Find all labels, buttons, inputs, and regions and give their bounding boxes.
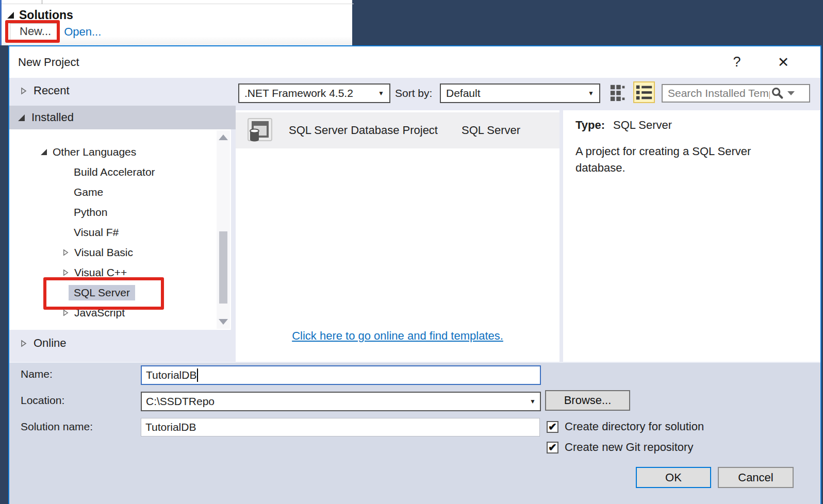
search-options-icon[interactable] — [787, 91, 795, 95]
collapsed-triangle-icon — [62, 269, 69, 276]
panel-divider — [2, 4, 354, 4]
online-templates-link[interactable]: Click here to go online and find templat… — [292, 329, 503, 342]
checkmark-icon: ✔ — [548, 421, 557, 433]
chevron-down-icon: ▼ — [378, 90, 384, 97]
sort-dropdown[interactable]: Default ▼ — [440, 83, 600, 103]
create-directory-checkbox-row: ✔ Create directory for solution — [547, 420, 704, 433]
solutions-label: Solutions — [19, 8, 73, 22]
create-git-checkbox[interactable]: ✔ — [547, 442, 558, 453]
expanded-triangle-icon — [7, 11, 14, 19]
scroll-up-icon[interactable] — [219, 135, 228, 140]
tree-item-sql-server[interactable]: SQL Server — [69, 284, 135, 301]
expanded-triangle-icon — [18, 114, 25, 122]
search-input[interactable]: Search Installed Templates — [662, 84, 810, 103]
small-icons-view-button[interactable] — [608, 81, 630, 103]
collapsed-triangle-icon — [20, 340, 27, 347]
chevron-down-icon: ▼ — [588, 90, 594, 97]
cancel-button[interactable]: Cancel — [718, 467, 794, 488]
location-label: Location: — [21, 392, 64, 409]
list-view-icon — [634, 82, 654, 102]
open-solution-link[interactable]: Open... — [64, 25, 101, 39]
name-field[interactable]: TutorialDB — [141, 365, 541, 385]
nav-recent-label: Recent — [34, 84, 70, 97]
list-view-button[interactable] — [633, 81, 655, 103]
template-name: SQL Server Database Project — [289, 124, 438, 137]
tree-item-python[interactable]: Python — [74, 204, 107, 221]
type-value: SQL Server — [613, 119, 672, 132]
solution-name-field[interactable]: TutorialDB — [141, 418, 540, 436]
create-git-label: Create new Git repository — [565, 441, 693, 454]
chevron-down-icon[interactable]: ▼ — [530, 398, 536, 405]
template-description: A project for creating a SQL Server data… — [575, 143, 771, 176]
new-project-dialog: New Project ? ✕ Recent Installed Other L… — [8, 45, 821, 504]
solution-name-label: Solution name: — [21, 418, 93, 435]
browse-button[interactable]: Browse... — [545, 390, 630, 411]
selected-tree-label: SQL Server — [69, 285, 135, 300]
collapsed-triangle-icon — [62, 309, 69, 316]
new-solution-link[interactable]: New... — [10, 23, 59, 41]
type-label: Type: — [575, 119, 605, 132]
tree-item-build-accelerator[interactable]: Build Accelerator — [74, 163, 155, 181]
create-git-checkbox-row: ✔ Create new Git repository — [547, 441, 693, 454]
scroll-down-icon[interactable] — [219, 319, 228, 325]
tree-item-game[interactable]: Game — [74, 183, 103, 201]
create-directory-checkbox[interactable]: ✔ — [547, 421, 558, 433]
dialog-title: New Project — [18, 46, 79, 78]
sort-by-label: Sort by: — [395, 83, 432, 103]
small-icons-icon — [610, 82, 628, 102]
template-category: SQL Server — [462, 124, 520, 137]
online-templates-link-row: Click here to go online and find templat… — [236, 329, 559, 343]
nav-installed-label: Installed — [31, 111, 74, 124]
collapsed-triangle-icon — [62, 249, 69, 256]
name-label: Name: — [21, 365, 53, 383]
tree-item-visual-cpp[interactable]: Visual C++ — [62, 264, 127, 281]
nav-online[interactable]: Online — [20, 334, 67, 352]
tree-scrollbar[interactable] — [217, 130, 230, 329]
scrollbar-thumb[interactable] — [219, 231, 227, 304]
installed-tree-panel: Other Languages Build Accelerator Game P… — [9, 129, 231, 330]
create-directory-label: Create directory for solution — [565, 420, 704, 433]
ok-button[interactable]: OK — [636, 467, 711, 488]
tree-item-visual-basic[interactable]: Visual Basic — [62, 244, 133, 261]
location-combo[interactable]: C:\SSDTRepo ▼ — [141, 392, 541, 411]
dialog-footer: Name: TutorialDB Location: C:\SSDTRepo ▼… — [9, 362, 820, 504]
nav-online-label: Online — [34, 337, 67, 350]
template-list: SQL Server Database Project SQL Server C… — [236, 110, 559, 362]
solutions-section-header[interactable]: Solutions — [7, 7, 73, 23]
tree-item-javascript[interactable]: JavaScript — [62, 304, 125, 322]
team-explorer-panel: Solutions New... Open... — [0, 0, 352, 45]
dialog-titlebar[interactable]: New Project ? ✕ — [9, 46, 820, 78]
nav-recent[interactable]: Recent — [20, 81, 70, 100]
expanded-triangle-icon — [40, 148, 47, 156]
sql-database-project-icon — [246, 117, 273, 144]
search-icon — [770, 86, 784, 100]
nav-installed[interactable]: Installed — [9, 106, 236, 129]
panel-tick — [42, 0, 42, 4]
tree-item-other-languages[interactable]: Other Languages — [40, 143, 136, 161]
search-placeholder: Search Installed Templates — [668, 87, 770, 99]
checkmark-icon: ✔ — [548, 441, 557, 453]
collapsed-triangle-icon — [20, 87, 27, 95]
template-row-selected[interactable]: SQL Server Database Project SQL Server — [236, 112, 559, 148]
framework-dropdown[interactable]: .NET Framework 4.5.2 ▼ — [238, 83, 390, 103]
help-icon[interactable]: ? — [725, 46, 749, 78]
close-icon[interactable]: ✕ — [771, 46, 795, 78]
tree-item-visual-fsharp[interactable]: Visual F# — [74, 224, 119, 241]
text-caret — [197, 368, 198, 382]
template-info-pane: Type: SQL Server A project for creating … — [563, 110, 820, 362]
